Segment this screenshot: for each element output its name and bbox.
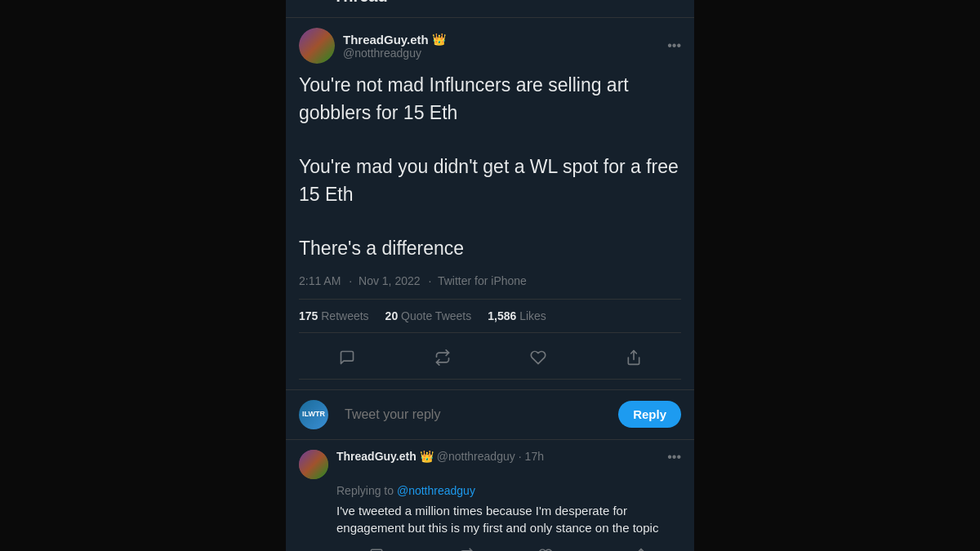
retweet-button[interactable]: [428, 343, 457, 372]
reply-tweet-text: I've tweeted a million times because I'm…: [336, 502, 681, 536]
reply-tweet: ThreadGuy.eth 👑 @notthreadguy · 17h ••• …: [286, 440, 694, 551]
retweet-icon: [434, 349, 451, 366]
tweet-author-row: ThreadGuy.eth 👑 @notthreadguy •••: [299, 28, 681, 64]
quote-tweet-stat[interactable]: 20 Quote Tweets: [385, 309, 472, 322]
likes-stat[interactable]: 1,586 Likes: [488, 309, 546, 322]
tweet-line3: There's a difference: [299, 238, 464, 259]
reply-like-icon: [538, 548, 553, 551]
tweet-line1: You're not mad Influncers are selling ar…: [299, 74, 629, 122]
reply-tweet-header: ThreadGuy.eth 👑 @notthreadguy · 17h •••: [299, 450, 681, 479]
tweet-body: You're not mad Influncers are selling ar…: [299, 72, 681, 262]
author-name-row: ThreadGuy.eth 👑: [343, 33, 667, 47]
like-button[interactable]: [523, 343, 553, 372]
reply-submit-button[interactable]: Reply: [618, 401, 681, 428]
thread-title: Thread: [333, 0, 388, 6]
tweet-source: Twitter for iPhone: [438, 274, 527, 287]
meta-dot2: ·: [428, 274, 431, 287]
reply-dot: ·: [519, 450, 522, 463]
main-tweet: ThreadGuy.eth 👑 @notthreadguy ••• You're…: [286, 18, 694, 389]
comment-button[interactable]: [332, 343, 362, 372]
reply-tweet-actions: 5 84: [336, 544, 681, 551]
author-name: ThreadGuy.eth: [343, 33, 429, 47]
thread-panel: ← Thread ThreadGuy.eth 👑 @notthreadguy •…: [286, 0, 694, 551]
quote-tweet-count: 20: [385, 309, 399, 322]
share-icon: [626, 349, 642, 366]
retweet-stat[interactable]: 175 Retweets: [299, 309, 369, 322]
more-options-icon[interactable]: •••: [667, 38, 681, 53]
crown-icon: 👑: [432, 33, 446, 46]
reply-author-handle: @notthreadguy: [437, 450, 515, 463]
likes-count: 1,586: [488, 309, 516, 322]
page-background: ← Thread ThreadGuy.eth 👑 @notthreadguy •…: [0, 0, 980, 551]
retweet-label-text: Retweets: [321, 309, 368, 322]
reply-share-button[interactable]: [634, 548, 648, 551]
tweet-date: Nov 1, 2022: [359, 274, 421, 287]
reply-comment-button[interactable]: 5: [369, 548, 394, 551]
current-user-avatar: ILWTR: [299, 400, 328, 429]
reply-crown-icon: 👑: [420, 450, 434, 463]
reply-comment-icon: [369, 548, 384, 551]
reply-more-options-icon[interactable]: •••: [667, 450, 681, 464]
quote-tweet-label-text: Quote Tweets: [401, 309, 471, 322]
back-button[interactable]: ←: [299, 0, 314, 5]
reply-author-avatar: [299, 450, 328, 479]
meta-dot1: ·: [349, 274, 352, 287]
reply-author-name: ThreadGuy.eth: [336, 450, 416, 463]
tweet-meta: 2:11 AM · Nov 1, 2022 · Twitter for iPho…: [299, 274, 681, 287]
replying-to-label: Replying to @notthreadguy: [336, 484, 681, 497]
reply-retweet-button[interactable]: [459, 548, 474, 551]
reply-time: 17h: [525, 450, 544, 463]
reply-input-row: ILWTR Reply: [286, 390, 694, 440]
reply-like-button[interactable]: 84: [538, 548, 568, 551]
like-icon: [530, 349, 546, 366]
reply-name-row: ThreadGuy.eth 👑 @notthreadguy · 17h: [336, 450, 667, 463]
reply-text-input[interactable]: [345, 407, 610, 422]
reply-retweet-icon: [459, 548, 474, 551]
share-button[interactable]: [619, 343, 648, 372]
author-handle: @notthreadguy: [343, 47, 667, 60]
author-avatar: [299, 28, 335, 64]
likes-label-text: Likes: [519, 309, 546, 322]
thread-header: ← Thread: [286, 0, 694, 18]
avatar-initials: ILWTR: [302, 411, 325, 419]
retweet-count: 175: [299, 309, 318, 322]
comment-icon: [339, 349, 355, 366]
reply-share-icon: [634, 548, 648, 551]
tweet-stats: 175 Retweets 20 Quote Tweets 1,586 Likes: [299, 299, 681, 333]
tweet-line2: You're mad you didn't get a WL spot for …: [299, 156, 679, 204]
tweet-time: 2:11 AM: [299, 274, 341, 287]
author-info: ThreadGuy.eth 👑 @notthreadguy: [343, 33, 667, 60]
tweet-actions: [299, 336, 681, 380]
avatar-image: [299, 28, 335, 64]
replying-to-handle: @notthreadguy: [397, 484, 475, 497]
reply-author-info: ThreadGuy.eth 👑 @notthreadguy · 17h: [336, 450, 667, 463]
